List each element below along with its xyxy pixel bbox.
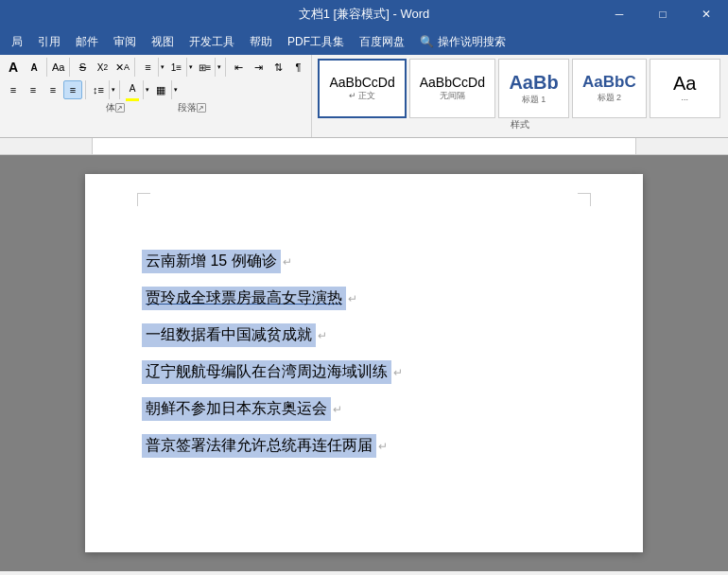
subscript-btn[interactable]: X2 — [93, 58, 112, 77]
line-spacing-arrow[interactable]: ▾ — [109, 80, 116, 99]
list-multi-btn[interactable]: ⊞≡ — [195, 58, 214, 77]
margin-corner-tl — [137, 193, 150, 206]
menu-baidu[interactable]: 百度网盘 — [352, 30, 412, 54]
para-mark-6: ↵ — [378, 440, 388, 453]
doc-line-3: 一组数据看中国减贫成就 ↵ — [142, 323, 586, 347]
shading-btn-wrap: A — [123, 78, 142, 101]
title-text: 文档1 [兼容模式] - Word — [299, 6, 429, 23]
menu-shenyue[interactable]: 审阅 — [106, 30, 144, 54]
para-mark-2: ↵ — [348, 292, 357, 305]
indent-increase-btn[interactable]: ⇥ — [249, 58, 268, 77]
styles-area: AaBbCcDd ↵ 正文 AaBbCcDd 无间隔 AaBb 标题 1 AaB… — [312, 55, 728, 137]
style-none-card[interactable]: AaBbCcDd 无间隔 — [409, 59, 495, 118]
minimize-button[interactable]: ─ — [598, 0, 641, 28]
doc-text-4: 辽宁舰航母编队在台湾周边海域训练 — [142, 360, 391, 384]
menu-shitu[interactable]: 视图 — [144, 30, 182, 54]
align-center-btn[interactable]: ≡ — [24, 80, 43, 99]
para-expand-icon[interactable]: ↗ — [197, 103, 206, 113]
doc-line-5: 朝鲜不参加日本东京奥运会 ↵ — [142, 397, 586, 421]
menu-search[interactable]: 🔍 操作说明搜索 — [412, 30, 513, 54]
doc-line-1: 云南新增 15 例确诊 ↵ — [142, 250, 586, 273]
list-bullet-arrow[interactable]: ▾ — [158, 58, 165, 77]
style-none-preview: AaBbCcDd — [420, 75, 485, 90]
line-spacing-btn[interactable]: ↕≡ — [89, 80, 108, 99]
sep6 — [119, 80, 120, 99]
sep1 — [46, 58, 47, 77]
menu-pdf[interactable]: PDF工具集 — [280, 30, 352, 54]
border-btn[interactable]: ▦ — [151, 80, 170, 99]
title-bar: 文档1 [兼容模式] - Word ─ □ ✕ — [0, 0, 728, 28]
sep3 — [134, 58, 135, 77]
document-area[interactable]: 云南新增 15 例确诊 ↵ 贾玲成全球票房最高女导演热 ↵ 一组数据看中国减贫成… — [0, 155, 728, 571]
menu-kaifagongju[interactable]: 开发工具 — [182, 30, 242, 54]
align-left-btn[interactable]: ≡ — [4, 80, 23, 99]
style-h1-card[interactable]: AaBb 标题 1 — [498, 59, 569, 118]
sort-btn[interactable]: ⇅ — [269, 58, 287, 77]
ruler — [0, 138, 728, 155]
doc-text-2: 贾玲成全球票房最高女导演热 — [142, 287, 346, 310]
ruler-white-area — [92, 138, 636, 154]
maximize-button[interactable]: □ — [641, 0, 685, 28]
list-multi-arrow[interactable]: ▾ — [215, 58, 222, 77]
document-content: 云南新增 15 例确诊 ↵ 贾玲成全球票房最高女导演热 ↵ 一组数据看中国减贫成… — [142, 250, 586, 458]
menu-bar: 局 引用 邮件 审阅 视图 开发工具 帮助 PDF工具集 百度网盘 🔍 操作说明… — [0, 28, 728, 55]
style-h2-name: 标题 2 — [598, 92, 622, 104]
font-name-group: Aa — [50, 61, 66, 73]
font-row2: ≡ ≡ ≡ ≡ ↕≡ ▾ A ▾ ▦ ▾ — [4, 78, 307, 101]
menu-bangzhu[interactable]: 帮助 — [242, 30, 280, 54]
list-btns: ≡ ▾ 1≡ ▾ ⊞≡ ▾ — [138, 58, 222, 77]
para-mark-btn[interactable]: ¶ — [288, 58, 307, 77]
style-h2-preview: AaBbC — [582, 73, 636, 92]
doc-text-6: 普京签署法律允许总统再连任两届 — [142, 434, 376, 458]
doc-line-2: 贾玲成全球票房最高女导演热 ↵ — [142, 287, 586, 310]
style-normal-card[interactable]: AaBbCcDd ↵ 正文 — [318, 59, 406, 118]
style-h2-card[interactable]: AaBbC 标题 2 — [572, 59, 647, 118]
style-normal-preview: AaBbCcDd — [329, 75, 394, 90]
margin-corner-tr — [578, 193, 591, 206]
strikethrough-btn[interactable]: S — [73, 58, 92, 77]
sep5 — [85, 80, 86, 99]
doc-text-3: 一组数据看中国减贫成就 — [142, 323, 316, 347]
font-size-small-btn[interactable]: A — [25, 58, 43, 77]
para-mark-4: ↵ — [393, 366, 403, 379]
list-number-btn[interactable]: 1≡ — [166, 58, 185, 77]
ribbon: A A Aa S X2 ✕A ≡ ▾ 1≡ ▾ ⊞≡ ▾ — [0, 55, 728, 138]
menu-youjian[interactable]: 邮件 — [68, 30, 106, 54]
style-h1-name: 标题 1 — [522, 94, 546, 106]
shading-btns: A ▾ ▦ ▾ — [123, 78, 179, 101]
doc-text-5: 朝鲜不参加日本东京奥运会 — [142, 397, 331, 421]
para-mark-5: ↵ — [333, 403, 342, 416]
style-h1-preview: AaBb — [509, 72, 558, 94]
font-size-controls: A A — [4, 58, 43, 77]
font-size-large-btn[interactable]: A — [4, 58, 23, 77]
style-more-card[interactable]: Aa ··· — [650, 59, 720, 118]
menu-yinyong[interactable]: 引用 — [30, 30, 68, 54]
justify-btn[interactable]: ≡ — [63, 80, 82, 99]
shading-arrow[interactable]: ▾ — [143, 80, 150, 99]
style-more-preview: Aa — [673, 73, 696, 95]
indent-btns: ⇤ ⇥ ⇅ ¶ — [229, 58, 307, 77]
list-number-arrow[interactable]: ▾ — [186, 58, 194, 77]
style-more-dots: ··· — [681, 95, 688, 104]
indent-decrease-btn[interactable]: ⇤ — [229, 58, 248, 77]
page: 云南新增 15 例确诊 ↵ 贾玲成全球票房最高女导演热 ↵ 一组数据看中国减贫成… — [85, 174, 643, 552]
close-button[interactable]: ✕ — [685, 0, 728, 28]
styles-row: AaBbCcDd ↵ 正文 AaBbCcDd 无间隔 AaBb 标题 1 AaB… — [318, 59, 722, 118]
font-expand-icon[interactable]: ↗ — [115, 103, 125, 113]
list-bullet-btn[interactable]: ≡ — [138, 58, 157, 77]
font-name-label: Aa — [50, 61, 66, 73]
doc-line-6: 普京签署法律允许总统再连任两届 ↵ — [142, 434, 586, 458]
font-group: A A Aa S X2 ✕A ≡ ▾ 1≡ ▾ ⊞≡ ▾ — [0, 55, 312, 137]
para-mark-1: ↵ — [283, 255, 292, 269]
sep4 — [225, 58, 226, 77]
menu-ju[interactable]: 局 — [4, 30, 30, 54]
align-right-btn[interactable]: ≡ — [43, 80, 62, 99]
style-normal-name: ↵ 正文 — [349, 90, 376, 102]
doc-text-1: 云南新增 15 例确诊 — [142, 250, 281, 273]
border-arrow[interactable]: ▾ — [171, 80, 179, 99]
text-style-btns: S X2 ✕A — [73, 58, 131, 77]
font-group-label: 体 ↗ 段落 ↗ — [4, 101, 307, 116]
clear-format-btn[interactable]: ✕A — [113, 58, 131, 77]
style-none-name: 无间隔 — [440, 90, 465, 102]
shading-btn[interactable]: A — [123, 78, 142, 97]
